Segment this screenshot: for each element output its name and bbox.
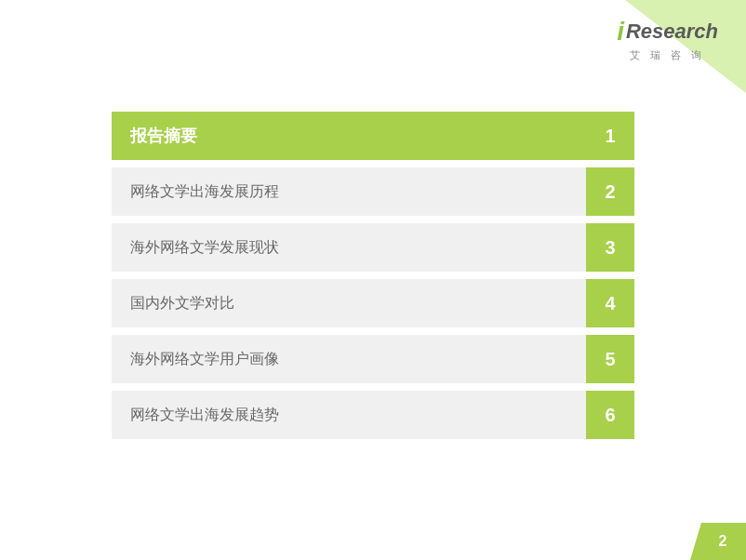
toc-number-6: 6 — [586, 391, 634, 439]
page-container: i Research 艾 瑞 咨 询 报告摘要 1 网络文学出海发展历程 2 海… — [0, 0, 746, 560]
logo-area: i Research 艾 瑞 咨 询 — [617, 19, 718, 62]
logo-tagline: 艾 瑞 咨 询 — [630, 48, 705, 62]
toc-row-2[interactable]: 网络文学出海发展历程 2 — [112, 167, 634, 216]
toc-container: 报告摘要 1 网络文学出海发展历程 2 海外网络文学发展现状 3 国内外文学对比… — [112, 112, 634, 439]
toc-row-1[interactable]: 报告摘要 1 — [112, 112, 634, 160]
toc-number-4: 4 — [586, 279, 634, 327]
toc-number-3: 3 — [586, 223, 634, 272]
toc-row-3[interactable]: 海外网络文学发展现状 3 — [112, 223, 634, 272]
logo-research-text: Research — [626, 21, 718, 42]
page-number-area: 2 — [690, 523, 746, 560]
toc-number-5: 5 — [586, 335, 634, 383]
toc-label-2: 网络文学出海发展历程 — [112, 167, 586, 216]
toc-label-1: 报告摘要 — [112, 112, 586, 160]
page-number: 2 — [719, 533, 727, 550]
toc-label-6: 网络文学出海发展趋势 — [112, 391, 586, 439]
toc-label-3: 海外网络文学发展现状 — [112, 223, 586, 272]
toc-number-1: 1 — [586, 112, 634, 160]
logo-i-letter: i — [617, 19, 624, 45]
toc-row-6[interactable]: 网络文学出海发展趋势 6 — [112, 391, 634, 439]
toc-label-4: 国内外文学对比 — [112, 279, 586, 327]
toc-label-5: 海外网络文学用户画像 — [112, 335, 586, 383]
toc-row-5[interactable]: 海外网络文学用户画像 5 — [112, 335, 634, 383]
toc-row-4[interactable]: 国内外文学对比 4 — [112, 279, 634, 327]
toc-number-2: 2 — [586, 167, 634, 216]
logo-brand: i Research — [617, 19, 718, 45]
